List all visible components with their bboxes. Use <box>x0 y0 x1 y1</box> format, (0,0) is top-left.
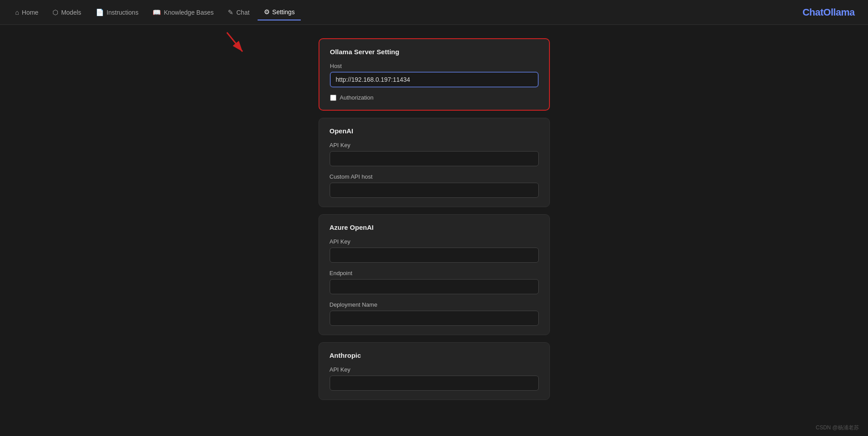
nav-items: ⌂ Home ⬡ Models 📄 Instructions 📖 Knowled… <box>9 4 301 20</box>
nav-label-chat: Chat <box>236 9 250 16</box>
nav-item-settings[interactable]: ⚙ Settings <box>258 4 301 20</box>
ollama-section-title: Ollama Server Setting <box>330 48 538 56</box>
openai-custom-api-host-input[interactable] <box>330 183 539 198</box>
brand-title: ChatOllama <box>803 7 855 18</box>
anthropic-section-title: Anthropic <box>330 352 539 359</box>
openai-api-key-label: API Key <box>330 142 539 148</box>
home-icon: ⌂ <box>15 8 19 16</box>
openai-api-key-input[interactable] <box>330 151 539 166</box>
azure-api-key-label: API Key <box>330 238 539 245</box>
openai-settings-section: OpenAI API Key Custom API host <box>319 118 550 207</box>
azure-api-key-field-group: API Key <box>330 238 539 263</box>
nav-label-models: Models <box>61 9 81 16</box>
nav-item-models[interactable]: ⬡ Models <box>46 5 87 20</box>
anthropic-api-key-field-group: API Key <box>330 366 539 391</box>
models-icon: ⬡ <box>52 8 58 16</box>
footer-watermark: CSDN @杨浦老苏 <box>816 424 859 432</box>
azure-deployment-name-field-group: Deployment Name <box>330 301 539 326</box>
knowledge-bases-icon: 📖 <box>153 8 161 16</box>
nav-label-home: Home <box>22 9 38 16</box>
openai-section-title: OpenAI <box>330 127 539 135</box>
azure-openai-settings-section: Azure OpenAI API Key Endpoint Deployment… <box>319 214 550 335</box>
anthropic-api-key-label: API Key <box>330 366 539 373</box>
settings-container: Ollama Server Setting Host Authorization… <box>319 38 550 423</box>
azure-endpoint-input[interactable] <box>330 279 539 294</box>
nav-item-knowledge-bases[interactable]: 📖 Knowledge Bases <box>146 5 220 20</box>
openai-api-key-field-group: API Key <box>330 142 539 166</box>
anthropic-api-key-input[interactable] <box>330 376 539 391</box>
azure-endpoint-field-group: Endpoint <box>330 270 539 294</box>
nav-item-chat[interactable]: ✎ Chat <box>222 5 256 20</box>
ollama-settings-section: Ollama Server Setting Host Authorization <box>319 38 550 111</box>
host-input[interactable] <box>330 72 538 87</box>
navbar: ⌂ Home ⬡ Models 📄 Instructions 📖 Knowled… <box>0 0 868 25</box>
nav-item-home[interactable]: ⌂ Home <box>9 5 44 20</box>
authorization-row: Authorization <box>330 94 538 101</box>
host-label: Host <box>330 63 538 69</box>
nav-label-instructions: Instructions <box>107 9 139 16</box>
azure-deployment-name-label: Deployment Name <box>330 301 539 308</box>
azure-endpoint-label: Endpoint <box>330 270 539 276</box>
instructions-icon: 📄 <box>96 8 104 16</box>
nav-label-knowledge-bases: Knowledge Bases <box>164 9 214 16</box>
anthropic-settings-section: Anthropic API Key <box>319 342 550 400</box>
chat-icon: ✎ <box>228 8 234 16</box>
authorization-label[interactable]: Authorization <box>340 94 374 101</box>
host-field-group: Host <box>330 63 538 87</box>
azure-api-key-input[interactable] <box>330 248 539 263</box>
authorization-checkbox[interactable] <box>330 95 336 101</box>
openai-custom-host-field-group: Custom API host <box>330 173 539 198</box>
azure-openai-section-title: Azure OpenAI <box>330 224 539 231</box>
azure-deployment-name-input[interactable] <box>330 311 539 326</box>
nav-label-settings: Settings <box>272 8 295 16</box>
openai-custom-api-host-label: Custom API host <box>330 173 539 180</box>
main-content: Ollama Server Setting Host Authorization… <box>0 25 868 436</box>
settings-icon: ⚙ <box>264 8 270 16</box>
nav-item-instructions[interactable]: 📄 Instructions <box>89 5 145 20</box>
